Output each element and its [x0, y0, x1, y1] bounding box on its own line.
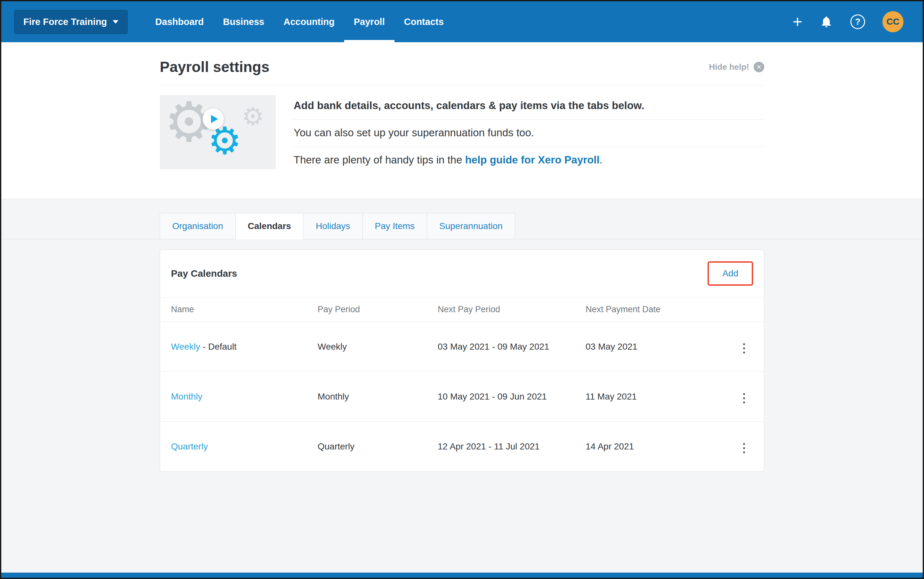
- bell-icon: [820, 15, 833, 28]
- row-menu-button[interactable]: [739, 440, 749, 456]
- organisation-menu-button[interactable]: Fire Force Training: [14, 10, 128, 34]
- tab-calendars[interactable]: Calendars: [235, 213, 304, 239]
- tab-pay-items[interactable]: Pay Items: [363, 213, 427, 239]
- calendar-name-link[interactable]: Monthly: [171, 391, 202, 401]
- table-row: Monthly Monthly 10 May 2021 - 09 Jun 202…: [160, 372, 764, 422]
- help-line-3-text: There are plenty of handy tips in the: [294, 154, 465, 166]
- settings-tabs: Organisation Calendars Holidays Pay Item…: [160, 213, 764, 239]
- nav-payroll[interactable]: Payroll: [344, 1, 394, 42]
- tab-superannuation[interactable]: Superannuation: [427, 213, 515, 239]
- help-panel: ⚙ ⚙ ⚙ Add bank details, accounts, calend…: [160, 95, 764, 174]
- chevron-down-icon: [113, 20, 118, 24]
- row-menu-button[interactable]: [739, 341, 749, 356]
- calendar-name-cell: Monthly: [160, 372, 318, 422]
- pay-calendars-table: Name Pay Period Next Pay Period Next Pay…: [160, 297, 764, 471]
- nav-business[interactable]: Business: [213, 1, 274, 42]
- nav-dashboard[interactable]: Dashboard: [146, 1, 213, 42]
- table-row: Weekly - Default Weekly 03 May 2021 - 09…: [160, 322, 764, 372]
- gear-icon: ⚙: [242, 104, 264, 129]
- table-header-row: Name Pay Period Next Pay Period Next Pay…: [160, 298, 764, 322]
- pay-period-cell: Quarterly: [318, 422, 438, 471]
- avatar[interactable]: CC: [882, 11, 904, 32]
- help-line-2: You can also set up your superannuation …: [294, 119, 764, 147]
- app-window: Fire Force Training Dashboard Business A…: [0, 0, 924, 579]
- pay-calendars-card: Pay Calendars Add Name Pay Period Next P…: [160, 250, 764, 471]
- add-calendar-button[interactable]: Add: [707, 261, 753, 286]
- close-icon: ×: [754, 62, 764, 72]
- col-next-pay-period: Next Pay Period: [438, 298, 586, 322]
- col-next-payment-date: Next Payment Date: [586, 298, 714, 322]
- next-payment-date-cell: 11 May 2021: [586, 372, 714, 422]
- actions-cell: [714, 372, 764, 422]
- payroll-video-thumbnail[interactable]: ⚙ ⚙ ⚙: [160, 95, 276, 169]
- tab-organisation[interactable]: Organisation: [160, 213, 236, 239]
- pay-period-cell: Weekly: [318, 322, 438, 372]
- hide-help-label: Hide help!: [709, 62, 749, 72]
- calendar-name-link[interactable]: Quarterly: [171, 442, 208, 451]
- tab-holidays[interactable]: Holidays: [303, 213, 363, 239]
- hide-help-button[interactable]: Hide help! ×: [709, 62, 764, 72]
- help-line-3-period: .: [600, 154, 602, 166]
- question-icon: ?: [850, 15, 865, 29]
- help-button[interactable]: ?: [850, 15, 865, 29]
- tabs-strip: Organisation Calendars Holidays Pay Item…: [1, 213, 923, 239]
- nav-accounting[interactable]: Accounting: [274, 1, 345, 42]
- card-header: Pay Calendars Add: [160, 250, 764, 297]
- next-pay-period-cell: 12 Apr 2021 - 11 Jul 2021: [438, 422, 586, 471]
- help-line-3: There are plenty of handy tips in the he…: [294, 147, 764, 174]
- calendar-name-cell: Weekly - Default: [160, 322, 318, 372]
- pay-period-cell: Monthly: [318, 372, 438, 422]
- page-header-section: Payroll settings Hide help! × ⚙ ⚙ ⚙ Add …: [1, 42, 923, 199]
- bottom-bar: [1, 572, 923, 578]
- nav-contacts[interactable]: Contacts: [394, 1, 453, 42]
- settings-body-section: Organisation Calendars Holidays Pay Item…: [1, 199, 923, 572]
- calendar-name-suffix: - Default: [200, 342, 236, 352]
- notifications-button[interactable]: [820, 15, 833, 28]
- help-line-1: Add bank details, accounts, calendars & …: [294, 95, 764, 119]
- organisation-name: Fire Force Training: [23, 16, 107, 27]
- primary-nav: Dashboard Business Accounting Payroll Co…: [146, 1, 453, 42]
- calendar-name-link[interactable]: Weekly: [171, 342, 200, 352]
- table-row: Quarterly Quarterly 12 Apr 2021 - 11 Jul…: [160, 422, 764, 471]
- next-pay-period-cell: 03 May 2021 - 09 May 2021: [438, 322, 586, 372]
- plus-icon: +: [793, 13, 803, 30]
- card-title: Pay Calendars: [171, 268, 237, 279]
- help-guide-link[interactable]: help guide for Xero Payroll: [465, 154, 600, 166]
- actions-cell: [714, 422, 764, 471]
- actions-cell: [714, 322, 764, 372]
- create-new-button[interactable]: +: [793, 13, 803, 30]
- next-pay-period-cell: 10 May 2021 - 09 Jun 2021: [438, 372, 586, 422]
- col-pay-period: Pay Period: [318, 298, 438, 322]
- top-navigation-bar: Fire Force Training Dashboard Business A…: [1, 1, 923, 42]
- col-actions: [714, 298, 764, 322]
- topbar-actions: + ? CC: [793, 11, 904, 32]
- calendar-name-cell: Quarterly: [160, 422, 318, 471]
- play-icon: [203, 108, 224, 129]
- col-name: Name: [160, 298, 318, 322]
- row-menu-button[interactable]: [739, 391, 749, 406]
- help-text: Add bank details, accounts, calendars & …: [294, 95, 764, 174]
- page-title: Payroll settings: [160, 58, 269, 75]
- next-payment-date-cell: 03 May 2021: [586, 322, 714, 372]
- next-payment-date-cell: 14 Apr 2021: [586, 422, 714, 471]
